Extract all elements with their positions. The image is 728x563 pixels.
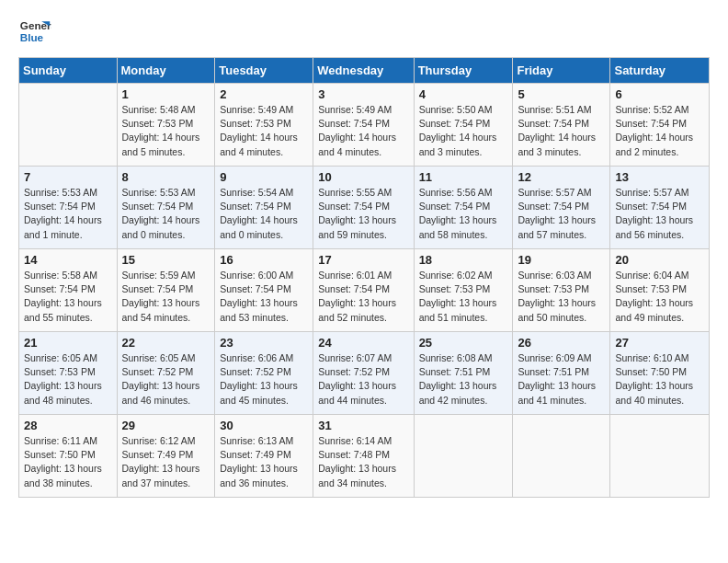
day-header-saturday: Saturday — [610, 58, 710, 84]
calendar-cell: 5Sunrise: 5:51 AM Sunset: 7:54 PM Daylig… — [513, 84, 610, 167]
day-info: Sunrise: 6:03 AM Sunset: 7:53 PM Dayligh… — [518, 269, 605, 325]
svg-text:General: General — [20, 19, 51, 31]
day-number: 15 — [122, 253, 210, 267]
day-number: 13 — [615, 170, 704, 184]
calendar-cell: 16Sunrise: 6:00 AM Sunset: 7:54 PM Dayli… — [215, 249, 313, 332]
day-number: 7 — [24, 170, 112, 184]
calendar-cell: 9Sunrise: 5:54 AM Sunset: 7:54 PM Daylig… — [215, 167, 313, 249]
day-info: Sunrise: 6:11 AM Sunset: 7:50 PM Dayligh… — [24, 434, 112, 490]
calendar-cell: 19Sunrise: 6:03 AM Sunset: 7:53 PM Dayli… — [513, 249, 610, 332]
calendar-cell: 10Sunrise: 5:55 AM Sunset: 7:54 PM Dayli… — [313, 167, 414, 249]
calendar-cell: 18Sunrise: 6:02 AM Sunset: 7:53 PM Dayli… — [414, 249, 513, 332]
day-info: Sunrise: 5:53 AM Sunset: 7:54 PM Dayligh… — [24, 186, 112, 242]
calendar-cell: 2Sunrise: 5:49 AM Sunset: 7:53 PM Daylig… — [215, 84, 313, 167]
day-number: 11 — [419, 170, 508, 184]
day-number: 22 — [122, 336, 210, 350]
day-number: 6 — [615, 87, 704, 101]
calendar-cell: 21Sunrise: 6:05 AM Sunset: 7:53 PM Dayli… — [19, 332, 118, 415]
calendar-cell: 7Sunrise: 5:53 AM Sunset: 7:54 PM Daylig… — [19, 167, 118, 249]
day-number: 10 — [318, 170, 408, 184]
day-info: Sunrise: 6:14 AM Sunset: 7:48 PM Dayligh… — [318, 434, 408, 490]
day-info: Sunrise: 5:51 AM Sunset: 7:54 PM Dayligh… — [518, 103, 605, 159]
calendar-cell: 1Sunrise: 5:48 AM Sunset: 7:53 PM Daylig… — [117, 84, 215, 167]
day-info: Sunrise: 5:53 AM Sunset: 7:54 PM Dayligh… — [122, 186, 210, 242]
day-info: Sunrise: 6:10 AM Sunset: 7:50 PM Dayligh… — [615, 351, 704, 408]
calendar-cell — [414, 415, 513, 498]
day-info: Sunrise: 5:56 AM Sunset: 7:54 PM Dayligh… — [419, 186, 508, 242]
day-number: 18 — [419, 253, 508, 267]
day-number: 23 — [220, 336, 308, 350]
day-info: Sunrise: 6:07 AM Sunset: 7:52 PM Dayligh… — [318, 351, 408, 408]
day-number: 12 — [518, 170, 605, 184]
calendar-cell: 13Sunrise: 5:57 AM Sunset: 7:54 PM Dayli… — [610, 167, 710, 249]
day-info: Sunrise: 6:12 AM Sunset: 7:49 PM Dayligh… — [122, 434, 210, 490]
day-header-friday: Friday — [513, 58, 610, 84]
day-number: 16 — [220, 253, 308, 267]
day-header-sunday: Sunday — [19, 58, 118, 84]
day-number: 29 — [122, 419, 210, 432]
day-info: Sunrise: 6:09 AM Sunset: 7:51 PM Dayligh… — [518, 351, 605, 408]
calendar-cell: 6Sunrise: 5:52 AM Sunset: 7:54 PM Daylig… — [610, 84, 710, 167]
day-info: Sunrise: 6:05 AM Sunset: 7:53 PM Dayligh… — [24, 351, 112, 408]
day-number: 31 — [318, 419, 408, 432]
day-info: Sunrise: 5:49 AM Sunset: 7:53 PM Dayligh… — [220, 103, 308, 159]
day-number: 26 — [518, 336, 605, 350]
logo: General Blue — [18, 15, 51, 48]
day-info: Sunrise: 5:48 AM Sunset: 7:53 PM Dayligh… — [122, 103, 210, 159]
day-number: 24 — [318, 336, 408, 350]
day-info: Sunrise: 5:57 AM Sunset: 7:54 PM Dayligh… — [615, 186, 704, 242]
day-header-tuesday: Tuesday — [215, 58, 313, 84]
svg-text:Blue: Blue — [20, 31, 44, 43]
day-info: Sunrise: 5:49 AM Sunset: 7:54 PM Dayligh… — [318, 103, 408, 159]
day-number: 21 — [24, 336, 112, 350]
day-header-monday: Monday — [117, 58, 215, 84]
calendar-cell: 22Sunrise: 6:05 AM Sunset: 7:52 PM Dayli… — [117, 332, 215, 415]
day-number: 28 — [24, 419, 112, 432]
day-header-wednesday: Wednesday — [313, 58, 414, 84]
calendar-cell: 11Sunrise: 5:56 AM Sunset: 7:54 PM Dayli… — [414, 167, 513, 249]
calendar-cell: 25Sunrise: 6:08 AM Sunset: 7:51 PM Dayli… — [414, 332, 513, 415]
calendar-cell: 14Sunrise: 5:58 AM Sunset: 7:54 PM Dayli… — [19, 249, 118, 332]
day-info: Sunrise: 5:52 AM Sunset: 7:54 PM Dayligh… — [615, 103, 704, 159]
day-number: 8 — [122, 170, 210, 184]
day-number: 25 — [419, 336, 508, 350]
calendar-cell: 24Sunrise: 6:07 AM Sunset: 7:52 PM Dayli… — [313, 332, 414, 415]
day-number: 4 — [419, 87, 508, 101]
calendar-cell: 27Sunrise: 6:10 AM Sunset: 7:50 PM Dayli… — [610, 332, 710, 415]
calendar-cell: 17Sunrise: 6:01 AM Sunset: 7:54 PM Dayli… — [313, 249, 414, 332]
day-info: Sunrise: 6:04 AM Sunset: 7:53 PM Dayligh… — [615, 269, 704, 325]
calendar-table: SundayMondayTuesdayWednesdayThursdayFrid… — [18, 57, 710, 498]
day-info: Sunrise: 6:00 AM Sunset: 7:54 PM Dayligh… — [220, 269, 308, 325]
calendar-cell — [610, 415, 710, 498]
day-info: Sunrise: 6:13 AM Sunset: 7:49 PM Dayligh… — [220, 434, 308, 490]
calendar-cell: 3Sunrise: 5:49 AM Sunset: 7:54 PM Daylig… — [313, 84, 414, 167]
page-header: General Blue — [18, 15, 710, 48]
day-header-thursday: Thursday — [414, 58, 513, 84]
calendar-cell: 31Sunrise: 6:14 AM Sunset: 7:48 PM Dayli… — [313, 415, 414, 498]
day-number: 2 — [220, 87, 308, 101]
calendar-cell: 12Sunrise: 5:57 AM Sunset: 7:54 PM Dayli… — [513, 167, 610, 249]
day-info: Sunrise: 6:02 AM Sunset: 7:53 PM Dayligh… — [419, 269, 508, 325]
calendar-cell: 28Sunrise: 6:11 AM Sunset: 7:50 PM Dayli… — [19, 415, 118, 498]
day-number: 27 — [615, 336, 704, 350]
day-info: Sunrise: 5:58 AM Sunset: 7:54 PM Dayligh… — [24, 269, 112, 325]
day-info: Sunrise: 5:55 AM Sunset: 7:54 PM Dayligh… — [318, 186, 408, 242]
day-number: 17 — [318, 253, 408, 267]
day-info: Sunrise: 5:57 AM Sunset: 7:54 PM Dayligh… — [518, 186, 605, 242]
day-number: 9 — [220, 170, 308, 184]
day-number: 14 — [24, 253, 112, 267]
day-number: 30 — [220, 419, 308, 432]
calendar-cell: 4Sunrise: 5:50 AM Sunset: 7:54 PM Daylig… — [414, 84, 513, 167]
day-number: 1 — [122, 87, 210, 101]
day-info: Sunrise: 6:08 AM Sunset: 7:51 PM Dayligh… — [419, 351, 508, 408]
day-info: Sunrise: 6:05 AM Sunset: 7:52 PM Dayligh… — [122, 351, 210, 408]
day-info: Sunrise: 6:06 AM Sunset: 7:52 PM Dayligh… — [220, 351, 308, 408]
calendar-cell: 29Sunrise: 6:12 AM Sunset: 7:49 PM Dayli… — [117, 415, 215, 498]
calendar-cell — [19, 84, 118, 167]
day-number: 5 — [518, 87, 605, 101]
calendar-cell: 30Sunrise: 6:13 AM Sunset: 7:49 PM Dayli… — [215, 415, 313, 498]
day-info: Sunrise: 5:50 AM Sunset: 7:54 PM Dayligh… — [419, 103, 508, 159]
day-number: 3 — [318, 87, 408, 101]
day-info: Sunrise: 5:54 AM Sunset: 7:54 PM Dayligh… — [220, 186, 308, 242]
calendar-cell: 26Sunrise: 6:09 AM Sunset: 7:51 PM Dayli… — [513, 332, 610, 415]
